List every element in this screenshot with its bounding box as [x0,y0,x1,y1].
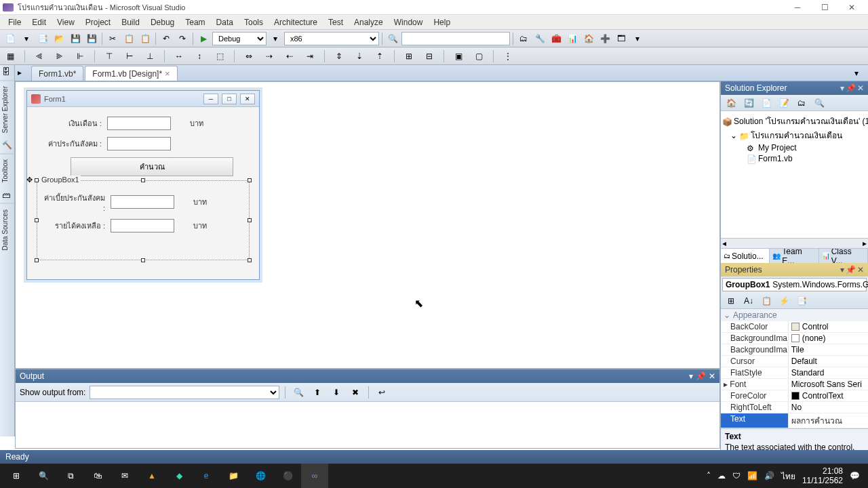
view-diagram-icon[interactable]: 🔍 [812,96,827,110]
app-icon[interactable]: ◆ [165,464,193,488]
form-minimize-icon[interactable]: ─ [203,94,218,104]
resize-handle[interactable] [248,258,252,262]
find-icon[interactable]: 🔍 [385,31,400,46]
tray-clock[interactable]: 21:08 11/11/2562 [802,466,843,486]
add-item-icon[interactable]: 📑 [35,31,50,46]
menu-project[interactable]: Project [80,16,116,28]
move-handle-icon[interactable]: ✥ [26,176,33,184]
menu-view[interactable]: View [52,16,80,28]
output-header[interactable]: Output ▾📌✕ [16,369,719,383]
menu-tools[interactable]: Tools [239,16,269,28]
start-debug-icon[interactable]: ▶ [196,31,211,46]
object-browser-icon[interactable]: 📊 [565,31,580,46]
undo-icon[interactable]: ↶ [159,31,174,46]
output-text[interactable] [16,402,719,448]
categorized-icon[interactable]: ⊞ [724,293,738,308]
store-icon[interactable]: 🛍 [84,464,111,488]
find-input[interactable] [401,32,510,45]
properties-header[interactable]: Properties ▾📌✕ [721,263,868,277]
find-message-icon[interactable]: 🔍 [291,385,306,400]
resize-handle[interactable] [35,218,39,222]
mail-icon[interactable]: ✉ [111,464,138,488]
open-icon[interactable]: 📂 [52,31,66,46]
tray-onedrive-icon[interactable]: ☁ [717,471,726,481]
toggle-wrap-icon[interactable]: ↩ [374,385,389,400]
data-sources-icon[interactable]: 🗃 [2,190,13,201]
events-icon[interactable]: ⚡ [776,293,791,308]
tab-solution-explorer[interactable]: 🗂 Solutio... [721,249,770,263]
resize-handle[interactable] [35,178,39,182]
textbox-net[interactable] [111,219,174,232]
vspace-inc-icon[interactable]: ⇣ [352,49,367,64]
platform-combo[interactable]: x86 [284,32,379,45]
solution-explorer-header[interactable]: Solution Explorer ▾📌✕ [721,81,868,95]
tree-hscroll[interactable]: ◂▸ [721,239,868,248]
output-source-combo[interactable] [90,386,279,399]
tab-form-code[interactable]: Form1.vb* [31,66,83,81]
minimize-button[interactable]: ─ [784,1,811,14]
tree-solution-node[interactable]: 📦Solution 'โปรแกรมคำนวณเงินเดือน' (1 pro [722,114,867,128]
align-bottom-icon[interactable]: ⊥ [142,49,157,64]
textbox-social[interactable] [107,137,171,150]
edge-icon[interactable]: e [193,464,220,488]
property-row[interactable]: FlatStyleStandard [721,367,868,379]
menu-file[interactable]: File [3,16,26,28]
property-row-selected[interactable]: Textผลการคำนวณ [721,413,868,428]
tray-network-icon[interactable]: 🛡 [732,471,741,481]
center-h-icon[interactable]: ⊞ [401,49,416,64]
property-row[interactable]: BackgroundIma(none) [721,333,868,344]
menu-analyze[interactable]: Analyze [349,16,389,28]
dropdown-icon[interactable]: ▾ [268,31,283,46]
next-icon[interactable]: ⬇ [329,385,344,400]
tab-class-view[interactable]: 📊 Class V... [819,249,868,263]
menu-edit[interactable]: Edit [26,16,52,28]
tab-order-icon[interactable]: ⋮ [500,49,515,64]
close-button[interactable]: ✕ [838,1,865,14]
tree-form-node[interactable]: 📄Form1.vb [722,153,867,164]
property-row[interactable]: BackgroundImaTile [721,344,868,356]
maximize-button[interactable]: ☐ [811,1,838,14]
align-top-icon[interactable]: ⊤ [102,49,117,64]
solution-explorer-icon[interactable]: 🗂 [516,31,531,46]
solution-tree[interactable]: 📦Solution 'โปรแกรมคำนวณเงินเดือน' (1 pro… [721,111,868,239]
textbox-salary[interactable] [107,117,171,130]
align-left-icon[interactable]: ⫷ [32,49,47,64]
hspace-equal-icon[interactable]: ⇔ [241,49,256,64]
new-project-icon[interactable]: 📄 [3,31,18,46]
resize-handle[interactable] [248,178,252,182]
form-maximize-icon[interactable]: □ [222,94,237,104]
close-panel-icon[interactable]: ✕ [709,371,715,381]
tray-notifications-icon[interactable]: 💬 [850,471,860,481]
alphabetical-icon[interactable]: A↓ [741,293,756,308]
menu-team[interactable]: Team [180,16,210,28]
vspace-dec-icon[interactable]: ⇡ [372,49,387,64]
task-view-icon[interactable]: ⧉ [57,464,84,488]
cut-icon[interactable]: ✂ [105,31,120,46]
property-row[interactable]: ▸ FontMicrosoft Sans Seri [721,379,868,390]
pin-icon[interactable]: 📌 [846,83,856,93]
server-explorer-tab[interactable]: Server Explorer [0,80,14,138]
show-all-icon[interactable]: 🔄 [741,96,756,110]
align-center-icon[interactable]: ⫸ [52,49,67,64]
properties-object-selector[interactable]: GroupBox1 System.Windows.Forms.Gro ▾ [722,278,867,291]
chrome-icon[interactable]: 🌐 [247,464,274,488]
data-sources-tab[interactable]: Data Sources [0,203,14,256]
dropdown-icon[interactable]: ▾ [840,265,844,274]
property-category[interactable]: ⌄Appearance [721,309,868,321]
tab-team-explorer[interactable]: 👥 Team E... [770,249,818,263]
toolbox-icon[interactable]: 🔨 [2,140,13,151]
window-icon[interactable]: 🗔 [614,31,629,46]
property-row[interactable]: RightToLeftNo [721,402,868,413]
tree-myproject-node[interactable]: ⚙My Project [722,142,867,153]
form-designer[interactable]: Form1 ─ □ ✕ เงินเดือน : บาท ค่าประกันสัง… [15,81,720,369]
menu-data[interactable]: Data [211,16,239,28]
dropdown-icon[interactable]: ▾ [689,371,693,381]
extension-icon[interactable]: ➕ [597,31,612,46]
center-v-icon[interactable]: ⊟ [422,49,437,64]
menu-test[interactable]: Test [323,16,349,28]
explorer-icon[interactable]: 📁 [220,464,247,488]
copy-icon[interactable]: 📋 [121,31,136,46]
redo-icon[interactable]: ↷ [175,31,190,46]
tray-lang[interactable]: ไทย [781,470,795,483]
dropdown-icon[interactable]: ▾ [19,31,34,46]
